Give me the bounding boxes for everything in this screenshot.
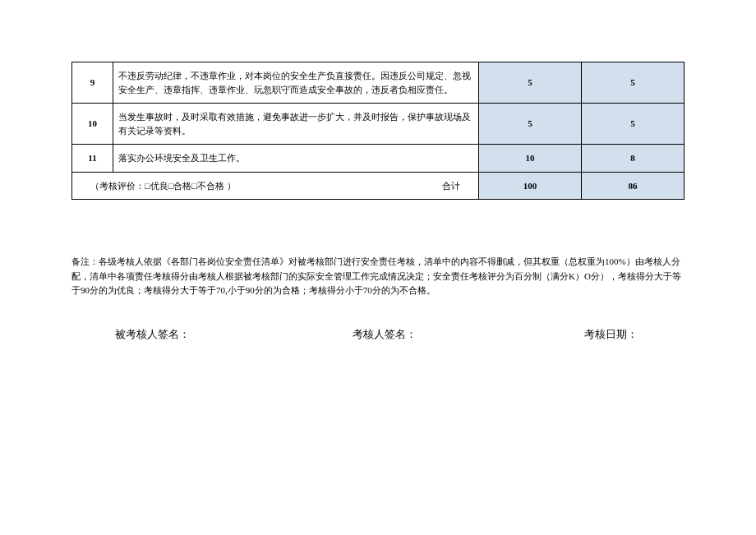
evaluation-label: （考核评价：□优良□合格□不合格 ） xyxy=(90,181,236,191)
row-description: 不违反劳动纪律，不违章作业，对本岗位的安全生产负直接责任。因违反公司规定、忽视安… xyxy=(113,62,479,104)
row-score-actual: 5 xyxy=(582,62,685,104)
assessor-signature-label: 考核人签名： xyxy=(353,327,417,342)
row-score-weight: 5 xyxy=(479,62,582,104)
table-row: 9 不违反劳动纪律，不违章作业，对本岗位的安全生产负直接责任。因违反公司规定、忽… xyxy=(72,62,685,104)
row-number: 11 xyxy=(72,145,113,173)
assessment-table: 9 不违反劳动纪律，不违章作业，对本岗位的安全生产负直接责任。因违反公司规定、忽… xyxy=(71,62,684,200)
assessee-signature-label: 被考核人签名： xyxy=(115,327,190,342)
row-description: 当发生事故时，及时采取有效措施，避免事故进一步扩大，并及时报告，保护事故现场及有… xyxy=(113,104,479,145)
total-label: 合计 xyxy=(442,179,460,193)
assessment-date-label: 考核日期： xyxy=(584,327,638,342)
summary-row: （考核评价：□优良□合格□不合格 ） 合计 100 86 xyxy=(72,172,685,200)
table-row: 10 当发生事故时，及时采取有效措施，避免事故进一步扩大，并及时报告，保护事故现… xyxy=(72,104,685,145)
row-number: 10 xyxy=(72,104,113,145)
table-row: 11 落实办公环境安全及卫生工作。 10 8 xyxy=(72,145,685,173)
row-score-weight: 10 xyxy=(479,145,582,173)
signature-line: 被考核人签名： 考核人签名： 考核日期： xyxy=(115,327,690,342)
row-score-weight: 5 xyxy=(479,104,582,145)
total-score: 86 xyxy=(582,172,685,200)
row-score-actual: 5 xyxy=(582,104,685,145)
row-score-actual: 8 xyxy=(582,145,685,173)
footnote: 备注：各级考核人依据《各部门各岗位安全责任清单》对被考核部门进行安全责任考核，清… xyxy=(71,255,684,298)
summary-label-cell: （考核评价：□优良□合格□不合格 ） 合计 xyxy=(72,172,479,200)
row-number: 9 xyxy=(72,62,113,104)
total-weight: 100 xyxy=(479,172,582,200)
row-description: 落实办公环境安全及卫生工作。 xyxy=(113,145,479,173)
